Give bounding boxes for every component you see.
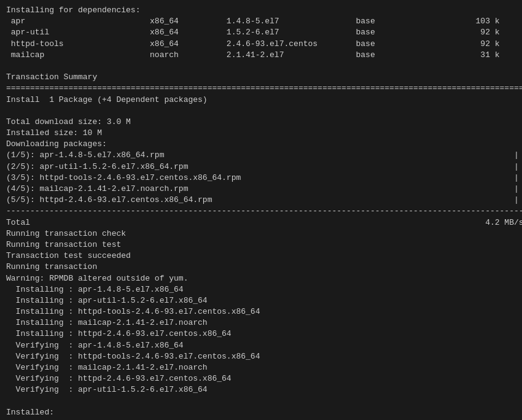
terminal-output: Installing for dependencies: apr x86_64 …: [6, 5, 516, 420]
